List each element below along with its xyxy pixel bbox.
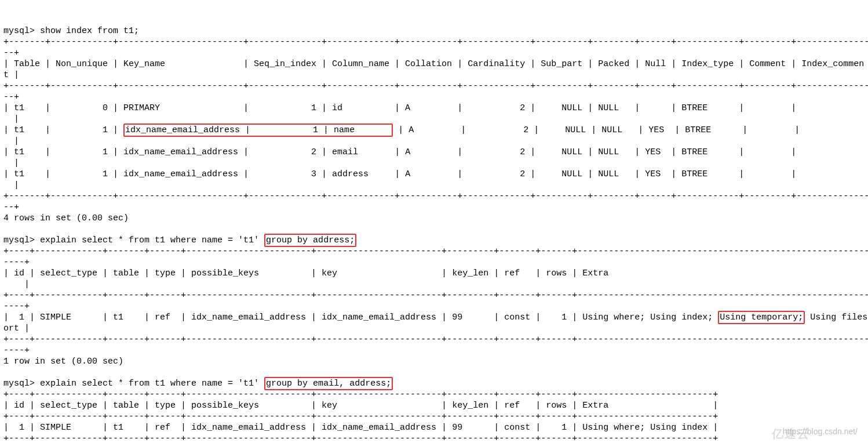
sql-command-1: show index from t1;	[40, 26, 139, 36]
highlight-box-using-temporary: Using temporary;	[718, 311, 805, 324]
table-border: --+	[3, 92, 19, 102]
table-border: +-------+------------+------------------…	[3, 81, 868, 91]
index-row-idx1-post: | A | 2 | NULL | NULL | YES | BTREE | |	[393, 125, 867, 135]
mysql-prompt: mysql>	[3, 235, 35, 245]
explain-table-header-1: | id | select_type | table | type | poss…	[3, 268, 868, 278]
table-border: +-------+------------+------------------…	[3, 191, 868, 201]
mysql-prompt: mysql>	[3, 379, 35, 388]
highlight-box-index-rows: idx_name_email_address | 1 | name	[123, 124, 393, 137]
sql-command-2-pre: explain select * from t1 where name = 't…	[40, 235, 264, 245]
index-table-header: | Table | Non_unique | Key_name | Seq_in…	[3, 59, 864, 69]
table-border: +-------+------------+------------------…	[3, 37, 868, 47]
explain-row-2: | 1 | SIMPLE | t1 | ref | idx_name_email…	[3, 423, 718, 433]
index-row-idx3-post: | A | 2 | NULL | NULL | YES | BTREE | |	[389, 169, 864, 179]
table-border: +----+-------------+-------+------+-----…	[3, 412, 718, 422]
index-row-idx3-wrap: |	[3, 180, 19, 190]
result-footer-2: 1 row in set (0.00 sec)	[3, 357, 123, 366]
table-border: ----+	[3, 257, 30, 267]
index-row-idx2-wrap: |	[3, 158, 19, 168]
explain-row-1-post: Using files	[805, 313, 867, 322]
index-row-idx3-pre: | t1 | 1 |	[3, 169, 123, 179]
index-row-primary-wrap: |	[3, 114, 19, 124]
index-row-idx2-pre: | t1 | 1 |	[3, 147, 123, 157]
index-row-idx2-post: | A | 2 | NULL | NULL | YES | BTREE | |	[389, 147, 864, 157]
table-border: --+	[3, 48, 19, 58]
explain-table-header-2: | id | select_type | table | type | poss…	[3, 401, 718, 411]
explain-table-header-1-wrap: |	[3, 279, 30, 289]
mysql-prompt: mysql>	[3, 26, 35, 36]
table-border: +----+-------------+-------+------+-----…	[3, 335, 868, 344]
explain-row-1-pre: | 1 | SIMPLE | t1 | ref | idx_name_email…	[3, 313, 718, 322]
table-border: +----+-------------+-------+------+-----…	[3, 246, 868, 256]
table-border: --+	[3, 202, 19, 212]
index-row-idx1-wrap: |	[3, 136, 19, 146]
index-row-primary: | t1 | 0 | PRIMARY | 1 | id | A | 2 | NU…	[3, 103, 864, 113]
table-border: +----+-------------+-------+------+-----…	[3, 390, 718, 400]
explain-row-1-wrap: ort |	[3, 324, 30, 333]
table-border: ----+	[3, 346, 30, 355]
result-footer-1: 4 rows in set (0.00 sec)	[3, 213, 129, 223]
table-border: +----+-------------+-------+------+-----…	[3, 291, 868, 300]
index-row-idx1-pre: | t1 | 1 |	[3, 125, 118, 135]
highlight-box-group-by-address: group by address;	[264, 234, 356, 247]
sql-command-3-pre: explain select * from t1 where name = 't…	[40, 379, 264, 388]
index-row-idx3-mid: idx_name_email_address | 3 | address	[123, 169, 389, 179]
table-border: +----+-------------+-------+------+-----…	[3, 434, 718, 443]
highlight-box-group-by-email-address: group by email, address;	[264, 377, 393, 390]
watermark-brand: 亿速云	[772, 429, 810, 440]
index-table-header-wrap: t |	[3, 70, 19, 80]
index-row-idx2-mid: idx_name_email_address | 2 | email	[123, 147, 389, 157]
table-border: ----+	[3, 302, 30, 311]
